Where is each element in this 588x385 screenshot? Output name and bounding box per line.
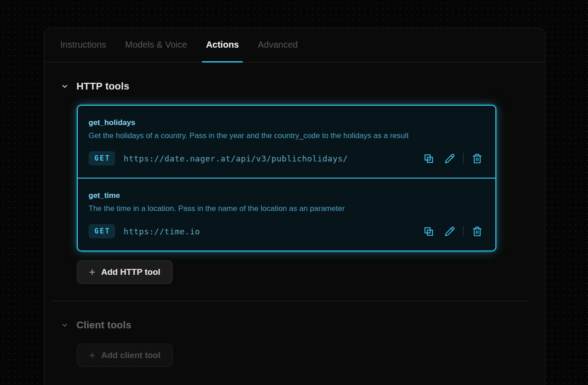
tool-name: get_time — [89, 191, 485, 200]
tool-url: https://time.io — [124, 227, 200, 236]
section-divider — [51, 301, 529, 301]
tab-advanced[interactable]: Advanced — [254, 28, 302, 63]
tab-actions[interactable]: Actions — [202, 28, 243, 63]
http-tools-title: HTTP tools — [76, 81, 129, 92]
actions-tab-content: HTTP tools get_holidays Get the holidays… — [45, 81, 545, 367]
plus-icon: + — [89, 267, 95, 278]
tab-models-voice[interactable]: Models & Voice — [121, 28, 191, 63]
tab-bar: Instructions Models & Voice Actions Adva… — [45, 28, 545, 63]
actions-divider — [463, 153, 463, 164]
method-badge: GET — [89, 224, 115, 238]
tab-instructions[interactable]: Instructions — [56, 28, 110, 63]
add-http-tool-button[interactable]: + Add HTTP tool — [77, 260, 173, 284]
add-client-tool-label: Add client tool — [101, 350, 160, 360]
edit-button[interactable] — [442, 151, 457, 166]
actions-divider — [463, 226, 463, 237]
delete-button[interactable] — [469, 151, 485, 166]
edit-button[interactable] — [442, 224, 457, 239]
copy-button[interactable] — [421, 224, 436, 239]
settings-panel: Instructions Models & Voice Actions Adva… — [44, 28, 545, 385]
tool-description: The the time in a location. Pass in the … — [89, 204, 485, 213]
add-client-tool-button[interactable]: + Add client tool — [77, 344, 173, 367]
method-badge: GET — [89, 151, 115, 166]
client-tools-header: Client tools — [60, 319, 529, 331]
plus-icon: + — [89, 350, 95, 361]
tool-name: get_holidays — [89, 118, 485, 127]
http-tool-card: get_holidays Get the holidays of a count… — [78, 106, 495, 178]
http-tool-card: get_time The the time in a location. Pas… — [78, 178, 495, 251]
tool-description: Get the holidays of a country. Pass in t… — [89, 131, 485, 140]
add-http-tool-label: Add HTTP tool — [101, 267, 160, 277]
delete-button[interactable] — [469, 224, 485, 239]
copy-button[interactable] — [421, 151, 436, 166]
chevron-down-icon[interactable] — [60, 82, 69, 91]
http-tools-header: HTTP tools — [60, 81, 529, 92]
chevron-down-icon[interactable] — [60, 321, 69, 330]
client-tools-title: Client tools — [76, 319, 131, 331]
tool-url: https://date.nager.at/api/v3/publicholid… — [124, 154, 348, 163]
http-tools-list: get_holidays Get the holidays of a count… — [77, 105, 496, 251]
